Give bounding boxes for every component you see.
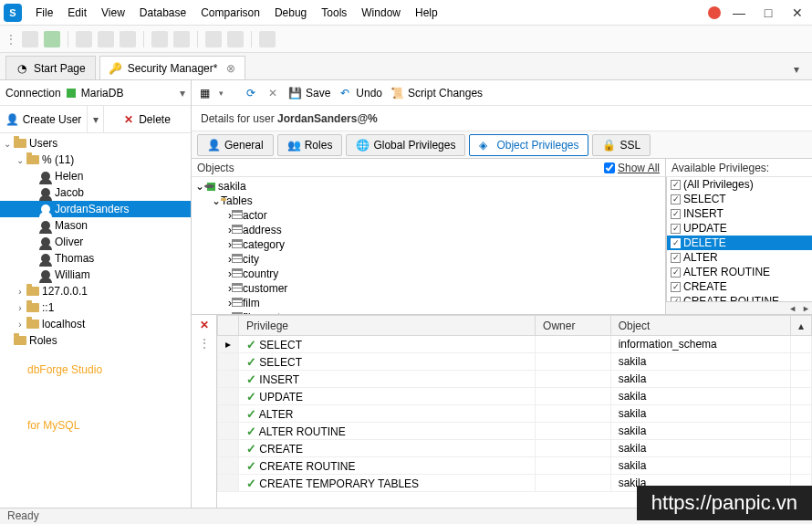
script-changes-button[interactable]: 📜 Script Changes	[390, 86, 483, 100]
checkbox-icon[interactable]: ✓	[671, 238, 681, 248]
expand-icon[interactable]: ›	[15, 287, 26, 297]
tab-general[interactable]: 👤General	[197, 134, 274, 156]
tree-users-root[interactable]: ⌄ Users	[0, 135, 191, 152]
undo-button[interactable]: ↶ Undo	[338, 86, 382, 100]
privilege-item[interactable]: ✓ UPDATE	[667, 221, 812, 236]
scroll-left-icon[interactable]: ◄	[788, 304, 796, 313]
tree-user[interactable]: Jacob	[0, 184, 191, 201]
scrollbar-horizontal[interactable]: ◄ ►	[666, 301, 812, 314]
create-user-dropdown[interactable]: ▾	[88, 106, 104, 132]
maximize-button[interactable]: □	[757, 5, 779, 20]
toolbar-icon[interactable]	[205, 31, 222, 47]
toolbar-icon[interactable]	[151, 31, 168, 47]
close-dot-icon[interactable]	[708, 6, 721, 19]
row-selector[interactable]	[218, 423, 239, 440]
db-node[interactable]: ⌄ sakila	[192, 179, 665, 194]
table-row[interactable]: ✓ ALTER ROUTINE sakila	[218, 423, 812, 440]
connection-value[interactable]: MariaDB	[81, 87, 124, 100]
toolbar-icon[interactable]	[76, 31, 92, 47]
scroll-right-icon[interactable]: ►	[802, 304, 810, 313]
menu-edit[interactable]: Edit	[61, 3, 93, 23]
row-selector[interactable]	[218, 440, 239, 457]
checkbox-icon[interactable]: ✓	[671, 253, 681, 263]
collapse-icon[interactable]: ⌄	[212, 194, 221, 207]
tabs-overflow-icon[interactable]: ▾	[786, 59, 807, 79]
row-selector[interactable]	[218, 405, 239, 423]
tab-global-privileges[interactable]: 🌐Global Privileges	[346, 134, 465, 156]
table-node[interactable]: › city	[192, 252, 665, 267]
minimize-button[interactable]: —	[728, 5, 750, 20]
toolbar-icon[interactable]	[44, 31, 60, 47]
menu-database[interactable]: Database	[133, 3, 193, 23]
menu-debug[interactable]: Debug	[268, 3, 313, 23]
table-row[interactable]: ▸ ✓ SELECT information_schema	[218, 336, 812, 353]
users-tree[interactable]: ⌄ Users ⌄ % (11) Helen Jacob JordanSande…	[0, 133, 191, 508]
tree-user[interactable]: Oliver	[0, 234, 191, 250]
tree-group[interactable]: ⌄ % (11)	[0, 152, 191, 168]
grid-tool-icon[interactable]: ⋮	[199, 337, 210, 350]
menu-help[interactable]: Help	[409, 3, 444, 23]
create-user-button[interactable]: 👤 Create User	[0, 106, 88, 132]
table-node[interactable]: › actor	[192, 208, 665, 223]
checkbox-icon[interactable]: ✓	[671, 224, 681, 234]
scrollbar-vertical[interactable]: ▴	[791, 316, 812, 336]
table-node[interactable]: › category	[192, 237, 665, 252]
close-button[interactable]: ✕	[786, 5, 808, 20]
checkbox-icon[interactable]: ✓	[671, 267, 681, 278]
table-row[interactable]: ✓ CREATE ROUTINE sakila	[218, 457, 812, 475]
row-selector[interactable]	[218, 371, 239, 388]
toolbar-icon[interactable]	[227, 31, 244, 47]
tables-node[interactable]: ⌄ Tables	[192, 194, 665, 208]
menu-file[interactable]: File	[29, 3, 59, 23]
tree-user[interactable]: Helen	[0, 168, 191, 184]
privilege-item[interactable]: ✓ CREATE	[667, 279, 812, 294]
toolbar-icon[interactable]	[259, 31, 276, 47]
chevron-down-icon[interactable]: ▾	[219, 89, 224, 98]
privilege-item[interactable]: ✓ ALTER ROUTINE	[667, 265, 812, 279]
remove-row-icon[interactable]: ✕	[200, 319, 209, 331]
delete-button[interactable]: ✕ Delete	[104, 106, 191, 132]
privilege-item[interactable]: ✓ DELETE	[667, 236, 812, 250]
tab-security-manager[interactable]: 🔑 Security Manager* ⊗	[99, 56, 246, 79]
table-row[interactable]: ✓ INSERT sakila	[218, 371, 812, 388]
checkbox-icon[interactable]: ✓	[671, 180, 681, 190]
table-row[interactable]: ✓ ALTER sakila	[218, 405, 812, 423]
row-selector[interactable]	[218, 388, 239, 405]
privilege-item[interactable]: ✓ INSERT	[667, 206, 812, 221]
tree-user[interactable]: William	[0, 267, 191, 283]
table-row[interactable]: ✓ SELECT sakila	[218, 353, 812, 371]
tree-host[interactable]: › 127.0.0.1	[0, 283, 191, 299]
col-object[interactable]: Object	[610, 316, 790, 336]
tree-user[interactable]: Thomas	[0, 250, 191, 267]
expand-icon[interactable]: ›	[15, 303, 26, 313]
table-row[interactable]: ✓ CREATE sakila	[218, 440, 812, 457]
toolbar-icon[interactable]	[22, 31, 38, 47]
toolbar-icon[interactable]	[120, 31, 136, 47]
menu-window[interactable]: Window	[355, 3, 407, 23]
menu-view[interactable]: View	[95, 3, 131, 23]
table-node[interactable]: › address	[192, 223, 665, 237]
row-selector[interactable]: ▸	[218, 336, 239, 353]
checkbox-icon[interactable]: ✓	[671, 194, 681, 204]
tree-user[interactable]: JordanSanders	[0, 201, 191, 217]
close-tab-icon[interactable]: ⊗	[226, 62, 235, 75]
tab-roles[interactable]: 👥Roles	[277, 134, 343, 156]
table-node[interactable]: › country	[192, 267, 665, 281]
row-selector[interactable]	[218, 457, 239, 475]
checkbox-icon[interactable]: ✓	[671, 209, 681, 219]
row-selector[interactable]	[218, 475, 239, 492]
save-button[interactable]: 💾 Save	[287, 86, 330, 100]
tab-start-page[interactable]: ◔ Start Page	[5, 56, 96, 79]
refresh-icon[interactable]: ⟳	[244, 86, 258, 100]
toolbar-icon[interactable]	[173, 31, 190, 47]
tree-user[interactable]: Mason	[0, 217, 191, 234]
tree-roles-root[interactable]: › Roles	[0, 332, 191, 349]
show-all-checkbox[interactable]	[604, 162, 615, 173]
checkbox-icon[interactable]: ✓	[671, 282, 681, 292]
menu-tools[interactable]: Tools	[315, 3, 353, 23]
privileges-list[interactable]: ✓ (All Privileges) ✓ SELECT ✓ INSERT ✓ U…	[666, 177, 812, 301]
row-selector[interactable]	[218, 353, 239, 371]
tab-object-privileges[interactable]: ◈Object Privileges	[469, 134, 588, 156]
table-node[interactable]: › film	[192, 296, 665, 310]
cancel-icon[interactable]: ✕	[265, 86, 280, 100]
